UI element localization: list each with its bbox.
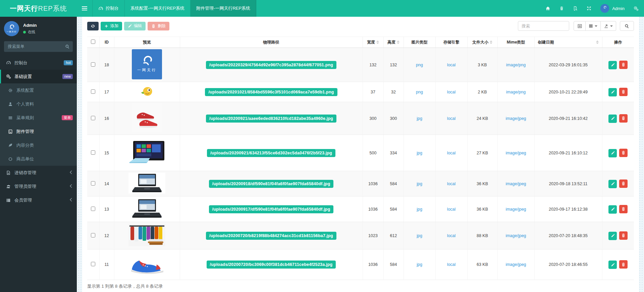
- add-button[interactable]: 添加: [101, 22, 122, 30]
- thumbnail-image[interactable]: [141, 86, 153, 97]
- thumbnail-image[interactable]: [128, 173, 165, 194]
- sidebar-subitem-label: 内容分类: [16, 142, 34, 148]
- thumbnail-image[interactable]: [128, 140, 165, 165]
- thumbnail-image[interactable]: [132, 103, 162, 132]
- image-type-link[interactable]: jpg: [417, 181, 422, 186]
- mime-type-link[interactable]: image/jpeg: [505, 233, 526, 238]
- storage-engine-link[interactable]: local: [447, 90, 456, 94]
- row-delete-button[interactable]: [619, 114, 628, 123]
- mime-type-link[interactable]: image/png: [506, 63, 526, 67]
- thumbnail-image[interactable]: 一网天行: [132, 49, 162, 79]
- row-checkbox[interactable]: [91, 181, 95, 186]
- sidebar-subitem-1-4[interactable]: 内容分类: [0, 138, 77, 152]
- fullscreen-icon[interactable]: [587, 6, 591, 11]
- sort-carets-icon: [596, 41, 599, 44]
- image-type-link[interactable]: png: [416, 63, 423, 67]
- image-type-link[interactable]: jpg: [417, 151, 422, 155]
- cell-height: 132: [383, 48, 404, 82]
- storage-engine-link[interactable]: local: [447, 181, 456, 186]
- row-checkbox[interactable]: [91, 89, 95, 94]
- toggle-pagination-button[interactable]: [574, 21, 586, 31]
- storage-engine-link[interactable]: local: [447, 116, 456, 121]
- row-checkbox[interactable]: [91, 150, 95, 155]
- storage-engine-link[interactable]: local: [447, 262, 456, 267]
- sidebar-item-1[interactable]: 基础设置new: [0, 70, 77, 83]
- sidebar-item-3[interactable]: 管理员管理: [0, 179, 77, 193]
- row-edit-button[interactable]: [608, 88, 617, 96]
- sidebar-item-4[interactable]: 会员管理: [0, 193, 77, 207]
- topbar-tab-1[interactable]: 系统配置-一网天行REP系统: [125, 0, 191, 17]
- sidebar-toggle-button[interactable]: [77, 0, 92, 17]
- topbar-tab-0[interactable]: 控制台: [92, 0, 125, 17]
- row-edit-button[interactable]: [608, 180, 617, 188]
- mime-type-link[interactable]: image/png: [506, 90, 526, 94]
- row-checkbox[interactable]: [91, 262, 95, 266]
- column-header-4[interactable]: 宽度: [363, 37, 383, 48]
- row-checkbox[interactable]: [91, 207, 95, 211]
- row-delete-button[interactable]: [619, 205, 628, 213]
- mime-type-link[interactable]: image/jpeg: [505, 151, 526, 155]
- row-delete-button[interactable]: [619, 231, 628, 240]
- users-icon: [5, 184, 11, 189]
- refresh-button[interactable]: [87, 22, 99, 30]
- row-checkbox[interactable]: [91, 116, 95, 120]
- row-checkbox[interactable]: [91, 62, 95, 67]
- column-header-10[interactable]: 创建日期: [534, 37, 602, 48]
- select-all-checkbox[interactable]: [91, 40, 95, 44]
- mime-type-link[interactable]: image/jpeg: [505, 207, 526, 212]
- row-edit-button[interactable]: [608, 61, 617, 69]
- sidebar-subitem-1-5[interactable]: 商品单位: [0, 152, 77, 166]
- gears-icon[interactable]: [634, 6, 639, 11]
- image-type-link[interactable]: jpg: [417, 262, 422, 267]
- image-type-link[interactable]: jpg: [417, 116, 422, 121]
- search-button[interactable]: [620, 21, 634, 31]
- mime-type-link[interactable]: image/jpeg: [505, 262, 526, 267]
- storage-engine-link[interactable]: local: [447, 151, 456, 155]
- row-edit-button[interactable]: [608, 149, 617, 157]
- column-header-8[interactable]: 文件大小: [467, 37, 497, 48]
- home-icon[interactable]: [545, 6, 550, 11]
- row-edit-button[interactable]: [608, 261, 617, 269]
- storage-engine-link[interactable]: local: [447, 63, 456, 67]
- storage-engine-link[interactable]: local: [447, 207, 456, 212]
- image-type-link[interactable]: jpg: [417, 233, 422, 238]
- sidebar-subitem-1-3[interactable]: 附件管理: [0, 125, 77, 138]
- row-delete-button[interactable]: [619, 88, 628, 96]
- angle-left-icon: [69, 184, 72, 189]
- app-logo[interactable]: 一网天行REP系统: [0, 0, 77, 17]
- sidebar-item-2[interactable]: 进销存管理: [0, 166, 77, 179]
- storage-engine-link[interactable]: local: [447, 233, 456, 238]
- thumbnail-image[interactable]: [128, 198, 165, 219]
- columns-dropdown-button[interactable]: [586, 21, 601, 31]
- sidebar-item-0[interactable]: 控制台hot: [0, 56, 77, 70]
- trash-icon[interactable]: [559, 6, 564, 11]
- row-delete-button[interactable]: [619, 61, 628, 69]
- gauge-icon: [5, 60, 11, 65]
- file-search-icon[interactable]: [573, 6, 578, 11]
- sidebar-subitem-1-1[interactable]: 个人资料: [0, 97, 77, 111]
- column-header-5[interactable]: 高度: [383, 37, 404, 48]
- topbar-tab-2[interactable]: 附件管理-一网天行REP系统: [191, 0, 256, 17]
- row-checkbox[interactable]: [91, 233, 95, 237]
- sidebar-subitem-1-0[interactable]: 系统配置: [0, 83, 77, 97]
- image-type-link[interactable]: png: [416, 90, 423, 94]
- user-menu[interactable]: Admin: [600, 4, 625, 13]
- row-edit-button[interactable]: [608, 205, 617, 214]
- row-edit-button[interactable]: [608, 115, 617, 123]
- row-delete-button[interactable]: [619, 260, 628, 269]
- thumbnail-image[interactable]: [128, 224, 165, 246]
- export-dropdown-button[interactable]: [601, 21, 616, 31]
- mime-type-link[interactable]: image/jpeg: [505, 181, 526, 186]
- thumbnail-image[interactable]: [128, 254, 165, 275]
- row-delete-button[interactable]: [619, 179, 628, 188]
- mime-type-link[interactable]: image/jpeg: [505, 116, 526, 121]
- row-delete-button[interactable]: [619, 149, 628, 157]
- image-type-link[interactable]: jpg: [417, 207, 422, 212]
- caret-down-icon: [610, 25, 613, 27]
- sidebar-search-input[interactable]: [4, 41, 73, 52]
- table-search-input[interactable]: [518, 21, 569, 31]
- edit-button[interactable]: 编辑: [124, 22, 146, 30]
- sidebar-subitem-1-2[interactable]: 菜单规则菜单: [0, 111, 77, 125]
- row-edit-button[interactable]: [608, 232, 617, 240]
- delete-button[interactable]: 删除: [148, 22, 169, 30]
